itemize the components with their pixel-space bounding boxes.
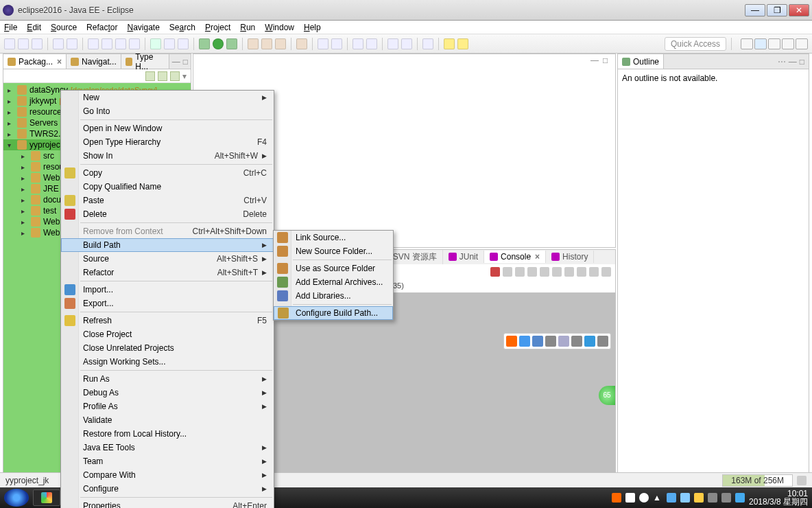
new-icon[interactable] (4, 38, 15, 49)
tb-icon[interactable] (296, 38, 307, 49)
expand-icon[interactable]: ▸ (8, 130, 14, 138)
submenu-item[interactable]: Add External Archives... (274, 275, 393, 289)
perspective-icon[interactable] (796, 38, 808, 49)
debug-icon[interactable] (150, 38, 161, 49)
menu-item[interactable]: Import... (61, 283, 274, 297)
collapse-all-icon[interactable] (145, 71, 155, 81)
tray-icon[interactable] (694, 493, 704, 503)
menu-item[interactable]: Java EE Tools▶ (61, 441, 274, 454)
taskbar-clock[interactable]: 10:01 2018/3/8 星期四 (749, 489, 808, 506)
min-icon[interactable] (589, 267, 599, 277)
menu-item[interactable]: Source (51, 23, 77, 32)
menu-item[interactable]: Run As▶ (61, 372, 274, 386)
tb-icon[interactable] (53, 38, 64, 49)
left-tab[interactable]: Type H... (121, 54, 169, 69)
ime-cn-icon[interactable] (519, 336, 530, 347)
ime-shirt-icon[interactable] (584, 336, 595, 347)
tb-icon[interactable] (318, 38, 329, 49)
bottom-tab[interactable]: JUnit (443, 251, 484, 263)
tray-up-icon[interactable]: ▲ (653, 493, 662, 503)
expand-icon[interactable]: ▸ (21, 152, 28, 160)
menu-item[interactable]: Refactor (86, 23, 117, 32)
tb-icon[interactable] (353, 38, 363, 49)
menu-item[interactable]: PropertiesAlt+Enter (61, 499, 274, 508)
menu-item[interactable]: Run (240, 23, 255, 32)
expand-icon[interactable]: ▸ (21, 218, 28, 226)
tb-icon[interactable] (67, 38, 77, 49)
menu-item[interactable]: DeleteDelete (61, 207, 274, 221)
expand-icon[interactable]: ▸ (8, 119, 14, 127)
tb-icon[interactable] (115, 38, 126, 49)
maximize-view-icon[interactable]: □ (800, 57, 804, 67)
minimize-view-icon[interactable]: — (590, 56, 600, 65)
expand-icon[interactable]: ▸ (21, 229, 28, 237)
expand-icon[interactable]: ▸ (21, 196, 28, 204)
menu-item[interactable]: Go Into (61, 104, 274, 118)
menu-item[interactable]: Debug As▶ (61, 386, 274, 400)
menu-item[interactable]: Window (265, 23, 294, 32)
expand-icon[interactable]: ▸ (21, 163, 28, 171)
debug-perspective-icon[interactable] (782, 38, 794, 49)
tb-icon[interactable] (102, 38, 112, 49)
clear-console-icon[interactable] (527, 267, 537, 277)
menu-item[interactable]: Search (169, 23, 195, 32)
expand-icon[interactable]: ▸ (21, 174, 28, 182)
pin-console-icon[interactable] (552, 267, 562, 277)
bottom-tab[interactable]: Console× (484, 251, 546, 263)
menu-item[interactable]: Help (304, 23, 321, 32)
menu-item[interactable]: New▶ (61, 91, 274, 104)
link-editor-icon[interactable] (158, 71, 167, 81)
tray-action-icon[interactable] (639, 493, 649, 503)
submenu-item[interactable]: New Source Folder... (274, 244, 393, 258)
tb-icon[interactable] (422, 38, 433, 49)
gc-icon[interactable] (797, 476, 807, 485)
terminate-icon[interactable] (490, 267, 500, 277)
menu-item[interactable]: Open in New Window (61, 122, 274, 135)
menu-item[interactable]: Profile As▶ (61, 400, 274, 413)
tray-sogou-icon[interactable] (612, 493, 621, 503)
minimize-button[interactable]: — (745, 4, 765, 16)
menu-item[interactable]: SourceAlt+Shift+S▶ (61, 252, 274, 266)
ime-punct-icon[interactable] (545, 336, 556, 347)
float-badge[interactable]: 65 (599, 386, 615, 405)
expand-icon[interactable]: ▸ (8, 86, 14, 94)
save-icon[interactable] (18, 38, 29, 49)
tb-icon[interactable] (248, 38, 259, 49)
tb-icon[interactable] (366, 38, 377, 49)
menu-item[interactable]: Open Type HierarchyF4 (61, 135, 274, 149)
expand-icon[interactable]: ▾ (8, 141, 14, 149)
left-tab[interactable]: Navigat... (67, 54, 121, 69)
java-perspective-icon[interactable] (768, 38, 780, 49)
expand-icon[interactable]: ▸ (21, 185, 28, 193)
max-icon[interactable] (601, 267, 611, 277)
scroll-lock-icon[interactable] (540, 267, 549, 277)
run-button[interactable] (213, 38, 224, 49)
ime-keyboard-icon[interactable] (558, 336, 569, 347)
open-perspective-icon[interactable] (741, 38, 753, 49)
minimize-view-icon[interactable]: — (172, 57, 180, 67)
tray-volume-icon[interactable] (721, 493, 731, 503)
menu-item[interactable]: Validate (61, 413, 274, 427)
saveall-icon[interactable] (32, 38, 43, 49)
quick-access-field[interactable]: Quick Access (665, 37, 726, 51)
remove-launch-icon[interactable] (503, 267, 512, 277)
view-minimax[interactable]: ▾ (182, 71, 187, 81)
menu-item[interactable]: Export... (61, 297, 274, 310)
menu-item[interactable]: Show InAlt+Shift+W▶ (61, 149, 274, 163)
bottom-tab[interactable]: History (546, 251, 594, 263)
ime-user-icon[interactable] (571, 336, 582, 347)
view-menu-icon[interactable] (170, 71, 180, 81)
maximize-view-icon[interactable]: □ (603, 56, 612, 65)
close-tab-icon[interactable]: × (57, 57, 62, 67)
tray-shield-icon[interactable] (625, 493, 635, 503)
menu-item[interactable]: Close Unrelated Projects (61, 341, 274, 355)
tray-icon[interactable] (680, 493, 690, 503)
tb-icon[interactable] (129, 38, 140, 49)
context-menu[interactable]: New▶Go IntoOpen in New WindowOpen Type H… (60, 90, 274, 508)
tb-icon[interactable] (387, 38, 398, 49)
maximize-view-icon[interactable]: □ (183, 57, 188, 67)
left-tab[interactable]: Packag...× (3, 54, 67, 69)
ime-moon-icon[interactable] (532, 336, 543, 347)
view-toolbar-icon[interactable]: ⋯ (778, 57, 786, 67)
expand-icon[interactable]: ▸ (8, 97, 14, 105)
